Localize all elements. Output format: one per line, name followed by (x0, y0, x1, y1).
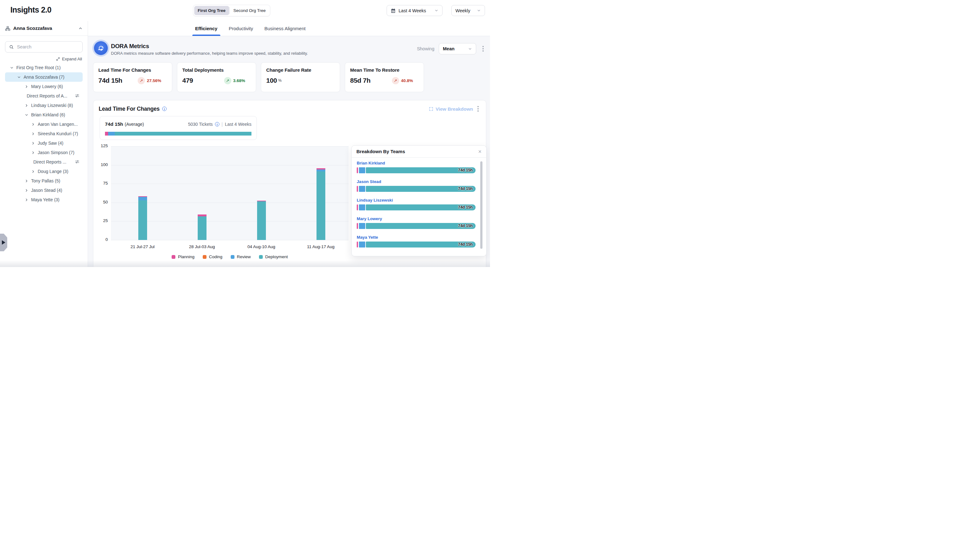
tree-item-first-org-tree-root-1[interactable]: First Org Tree Root (1) (5, 63, 83, 72)
content-area: DORA Metrics DORA metrics measure softwa… (88, 36, 490, 267)
tree-item-direct-reports[interactable]: Direct Reports ... (5, 157, 83, 167)
tree-item-judy-saw-4[interactable]: Judy Saw (4) (5, 139, 83, 148)
sidebar-collapse-handle[interactable] (0, 234, 7, 251)
bar-segment-deployment[interactable] (138, 200, 147, 240)
tree-item-jason-stead-4[interactable]: Jason Stead (4) (5, 185, 83, 195)
chevron-down-icon[interactable] (10, 65, 14, 70)
expand-all-button[interactable]: Expand All (0, 57, 82, 61)
legend-color-chip (172, 255, 175, 259)
chevron-right-icon[interactable] (24, 188, 29, 193)
search-input[interactable] (17, 45, 79, 49)
chevron-down-icon[interactable] (24, 113, 29, 117)
tree-item-tony-pallas-5[interactable]: Tony Pallas (5) (5, 176, 83, 185)
bar-segment-planning[interactable] (257, 201, 266, 201)
gridline (111, 165, 348, 166)
filter-sliders-icon[interactable] (75, 93, 80, 98)
close-icon[interactable]: × (478, 149, 482, 155)
tree-item-direct-reports-of-a[interactable]: Direct Reports of A... (5, 91, 83, 100)
chevron-right-icon[interactable] (24, 103, 29, 108)
team-name-link[interactable]: Lindsay Liszewski (357, 198, 476, 202)
metric-cards-row: Lead Time For Changes74d 15h↗27.56%Total… (93, 62, 424, 92)
aggregation-select[interactable]: Mean (439, 43, 476, 54)
bar-segment-planning (357, 242, 358, 247)
chart-kebab-menu-icon[interactable] (476, 105, 480, 113)
tree-item-lindsay-liszewski-8[interactable]: Lindsay Liszewski (8) (5, 100, 83, 110)
team-lead-time-value: 74d 15h (458, 242, 473, 247)
granularity-select[interactable]: Weekly (451, 5, 485, 16)
bar-segment-review (359, 223, 365, 229)
tree-item-brian-kirkland-6[interactable]: Brian Kirkland (6) (5, 110, 83, 120)
tree-item-label: Jason Simpson (7) (38, 150, 75, 155)
tree-item-jason-simpson-7[interactable]: Jason Simpson (7) (5, 148, 83, 157)
chevron-right-icon[interactable] (24, 198, 29, 202)
toggle-first-org-tree[interactable]: First Org Tree (194, 6, 229, 15)
breakdown-panel-title: Breakdown By Teams (356, 149, 405, 154)
chevron-right-icon[interactable] (31, 122, 35, 126)
bar-segment-review[interactable] (138, 197, 147, 200)
metric-title: Lead Time For Changes (99, 67, 167, 73)
info-icon[interactable]: i (215, 122, 220, 126)
trend-arrow-icon: ↗ (224, 77, 231, 84)
metric-value: 74d 15h (99, 77, 122, 84)
chevron-right-icon[interactable] (31, 141, 35, 145)
bar-segment-deployment[interactable] (198, 216, 207, 240)
x-axis-tick-label: 28 Jul-03 Aug (180, 244, 224, 249)
tree-item-mary-lowery-6[interactable]: Mary Lowery (6) (5, 82, 83, 91)
view-breakdown-button[interactable]: View Breakdown (429, 106, 473, 112)
summary-period: Last 4 Weeks (225, 122, 251, 127)
chevron-right-icon[interactable] (31, 150, 35, 155)
legend-item-coding[interactable]: Coding (203, 254, 223, 259)
tree-item-maya-yette-3[interactable]: Maya Yette (3) (5, 195, 83, 204)
tree-item-label: Lindsay Liszewski (8) (31, 103, 73, 108)
tree-item-sireesha-kunduri-7[interactable]: Sireesha Kunduri (7) (5, 129, 83, 139)
tab-business-alignment[interactable]: Business Alignment (264, 21, 305, 36)
sidebar-search[interactable] (5, 41, 83, 53)
chevron-right-icon[interactable] (24, 84, 29, 89)
legend-item-planning[interactable]: Planning (172, 254, 194, 259)
breakdown-scrollbar-thumb[interactable] (480, 161, 482, 249)
metric-delta: 40.8% (401, 78, 413, 83)
team-lead-time-value: 74d 15h (458, 205, 473, 209)
team-lead-time-value: 74d 15h (458, 168, 473, 172)
bar-segment-deployment[interactable] (317, 171, 325, 240)
tree-item-anna-scozzafava-7[interactable]: Anna Scozzafava (7) (5, 72, 83, 82)
legend-item-deployment[interactable]: Deployment (259, 254, 288, 259)
chevron-right-icon[interactable] (31, 169, 35, 174)
bar-segment-planning[interactable] (138, 196, 147, 197)
chevron-up-icon[interactable] (78, 26, 83, 30)
y-axis-tick-label: 100 (93, 162, 108, 167)
tree-item-doug-lange-3[interactable]: Doug Lange (3) (5, 167, 83, 176)
chevron-down-icon (477, 8, 481, 13)
bar-segment-planning[interactable] (198, 215, 207, 216)
tree-item-label: Judy Saw (4) (38, 140, 64, 146)
date-range-select[interactable]: Last 4 Weeks (387, 5, 442, 16)
info-icon[interactable]: i (162, 107, 167, 111)
team-name-link[interactable]: Brian Kirkland (357, 161, 476, 166)
legend-label: Deployment (265, 254, 288, 259)
team-lead-time-bar: 74d 15h (357, 242, 476, 247)
chevron-right-icon[interactable] (31, 131, 35, 136)
tab-efficiency[interactable]: Efficiency (195, 21, 218, 36)
chevron-right-icon[interactable] (24, 179, 29, 183)
bar-segment-review (359, 167, 365, 173)
metric-delta: 27.56% (147, 78, 161, 83)
tab-productivity[interactable]: Productivity (229, 21, 253, 36)
tree-item-aaron-van-langen[interactable]: Aaron Van Langen... (5, 120, 83, 129)
toggle-second-org-tree[interactable]: Second Org Tree (230, 6, 269, 15)
separator: | (221, 122, 223, 127)
bar-segment-planning[interactable] (317, 168, 325, 169)
chevron-down-icon[interactable] (17, 75, 21, 79)
sidebar-header[interactable]: Anna Scozzafava (0, 21, 88, 36)
metric-card-lead-time-for-changes: Lead Time For Changes74d 15h↗27.56% (93, 62, 172, 92)
team-name-link[interactable]: Jason Stead (357, 179, 476, 184)
filter-sliders-icon[interactable] (75, 159, 80, 164)
legend-item-review[interactable]: Review (231, 254, 251, 259)
bar-segment-deployment[interactable] (257, 201, 266, 240)
granularity-value: Weekly (455, 8, 470, 13)
team-name-link[interactable]: Maya Yette (357, 235, 476, 240)
team-name-link[interactable]: Mary Lowery (357, 216, 476, 221)
tree-item-label: Sireesha Kunduri (7) (38, 131, 78, 136)
bar-segment-review[interactable] (317, 169, 325, 171)
dora-kebab-menu-icon[interactable] (480, 45, 485, 53)
org-sidebar: Anna Scozzafava Expand All First Org Tre… (0, 21, 88, 267)
